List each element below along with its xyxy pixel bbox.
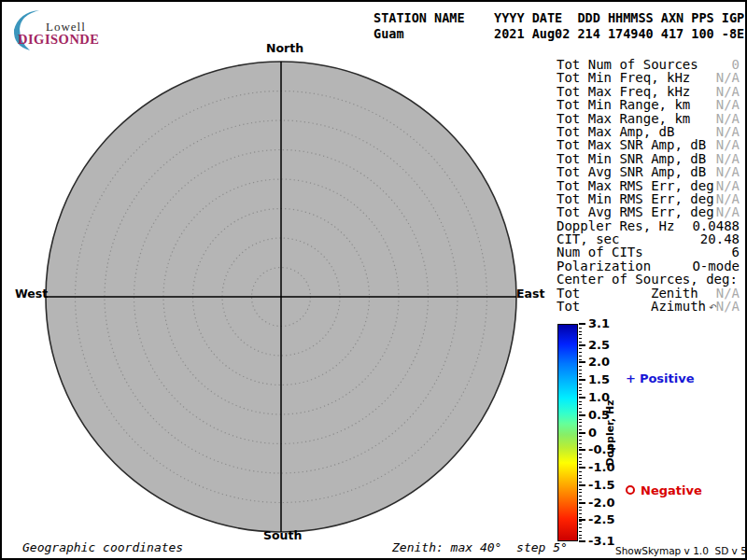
table-row: Tot Min RMS Err, degN/A xyxy=(557,192,740,205)
negative-marker-icon xyxy=(626,485,635,495)
table-row: Center of Sources, deg: xyxy=(557,273,740,286)
table-row-value: N/A xyxy=(716,138,740,151)
colorbar-tick-label: 3.1 xyxy=(588,316,610,330)
table-row: Tot Max Freq, kHzN/A xyxy=(557,85,740,98)
table-row-value: N/A xyxy=(716,125,740,138)
colorbar-tick-label: -3.1 xyxy=(588,534,614,548)
colorbar-tick-label: -2.0 xyxy=(588,496,614,510)
footer-zenith-note: Zenith: max 40° step 5° xyxy=(392,540,568,554)
table-row: Tot Min Range, kmN/A xyxy=(557,98,740,111)
table-row: Num of CITs6 xyxy=(557,245,740,259)
legend-negative: Negative xyxy=(626,483,702,497)
table-row: Doppler Res, Hz0.0488 xyxy=(557,219,740,232)
table-row: TotZenithN/A xyxy=(557,287,740,300)
table-row: Tot Avg SNR Amp, dBN/A xyxy=(557,165,740,178)
table-row: Tot Num of Sources0 xyxy=(557,58,740,71)
skymap-window: Lowell DIGISONDE STATION NAME YYYY DATE … xyxy=(0,0,747,560)
table-row: Tot Max Amp, dBN/A xyxy=(557,125,740,138)
table-row-value: 0 xyxy=(732,58,740,71)
logo-digisonde-text: DIGISONDE xyxy=(18,32,100,48)
colorbar-major-tick xyxy=(579,344,585,346)
table-row: TotAzimuth ↶N/A xyxy=(557,300,740,313)
colorbar-tick-label: -0.5 xyxy=(588,442,614,456)
table-row-value: N/A xyxy=(716,98,740,111)
table-row-value: N/A xyxy=(716,179,740,192)
table-row-value: N/A xyxy=(716,165,740,178)
colorbar-major-tick xyxy=(579,397,585,399)
colorbar-tick-label: 0 xyxy=(588,426,597,440)
table-row-value: O-mode xyxy=(692,259,740,273)
table-row-value: N/A xyxy=(716,205,740,218)
table-row: Tot Max Range, kmN/A xyxy=(557,112,740,125)
colorbar-major-tick xyxy=(579,414,585,416)
header-columns-values: 2021 Aug02 214 174940 417 100 -8E xyxy=(494,26,744,41)
positive-marker-icon: + xyxy=(626,371,636,385)
table-row: Tot Avg RMS Err, degN/A xyxy=(557,205,740,218)
header-station-value: Guam xyxy=(374,26,404,41)
table-row: Tot Max SNR Amp, dBN/A xyxy=(557,138,740,151)
compass-label-north: North xyxy=(266,41,303,55)
colorbar-major-tick xyxy=(579,519,585,521)
table-row: CIT, sec20.48 xyxy=(557,232,740,245)
legend-negative-label: Negative xyxy=(641,483,702,497)
colorbar-major-tick xyxy=(579,323,585,325)
table-row-value: 6 xyxy=(732,245,740,259)
colorbar-major-tick xyxy=(579,484,585,486)
table-row-label: Center of Sources, deg: xyxy=(557,272,738,287)
colorbar-tick-label: 0.5 xyxy=(588,408,610,422)
header-columns-label: YYYY DATE DDD HHMMSS AXN PPS IGP xyxy=(494,10,744,25)
table-row-value: N/A xyxy=(716,112,740,125)
legend-positive: +Positive xyxy=(626,371,695,385)
colorbar-tick-label: 2.5 xyxy=(588,338,610,352)
legend-positive-label: Positive xyxy=(640,371,695,385)
colorbar-major-tick xyxy=(579,361,585,363)
table-row: PolarizationO-mode xyxy=(557,259,740,273)
table-row-value: N/A xyxy=(716,300,740,313)
footer-version-text: ShowSkymap v 1.0 SD v 5.1 xyxy=(615,545,747,556)
table-row-value: N/A xyxy=(716,152,740,165)
colorbar-major-tick xyxy=(579,432,585,434)
colorbar-major-tick xyxy=(579,449,585,451)
colorbar-tick-label: 1.5 xyxy=(588,372,610,386)
colorbar-major-tick xyxy=(579,540,585,542)
header-station-name-label: STATION NAME xyxy=(374,10,465,25)
table-row-value: N/A xyxy=(716,287,740,300)
table-row-label: Tot xyxy=(557,299,580,314)
table-row: Tot Min Freq, kHzN/A xyxy=(557,71,740,84)
table-row-value: 0.0488 xyxy=(692,219,740,232)
skymap-plot xyxy=(44,60,518,534)
doppler-colorbar xyxy=(557,324,578,541)
colorbar-major-tick xyxy=(579,502,585,504)
table-row-value: N/A xyxy=(716,71,740,84)
table-row-value: N/A xyxy=(716,192,740,205)
table-row: Tot Min SNR Amp, dBN/A xyxy=(557,152,740,165)
compass-label-east: East xyxy=(516,287,544,301)
table-row: Tot Max RMS Err, degN/A xyxy=(557,179,740,192)
colorbar-tick-label: -1.5 xyxy=(588,478,614,492)
colorbar-major-tick xyxy=(579,379,585,381)
colorbar-tick-label: -2.5 xyxy=(588,512,614,526)
footer-coordinates-note: Geographic coordinates xyxy=(22,540,183,554)
colorbar-tick-label: -1.0 xyxy=(588,460,614,474)
table-row-value: 20.48 xyxy=(700,232,740,245)
colorbar-major-tick xyxy=(579,467,585,469)
measurement-table: Tot Num of Sources0Tot Min Freq, kHzN/AT… xyxy=(557,58,740,313)
table-row-value: N/A xyxy=(716,85,740,98)
table-row-sublabel: Azimuth ↶ xyxy=(651,300,717,315)
compass-label-south: South xyxy=(263,528,302,542)
colorbar-tick-label: 1.0 xyxy=(588,390,610,404)
colorbar-tick-label: 2.0 xyxy=(588,355,610,369)
compass-label-west: West xyxy=(15,287,48,301)
table-row-sublabel: Zenith xyxy=(651,287,698,300)
